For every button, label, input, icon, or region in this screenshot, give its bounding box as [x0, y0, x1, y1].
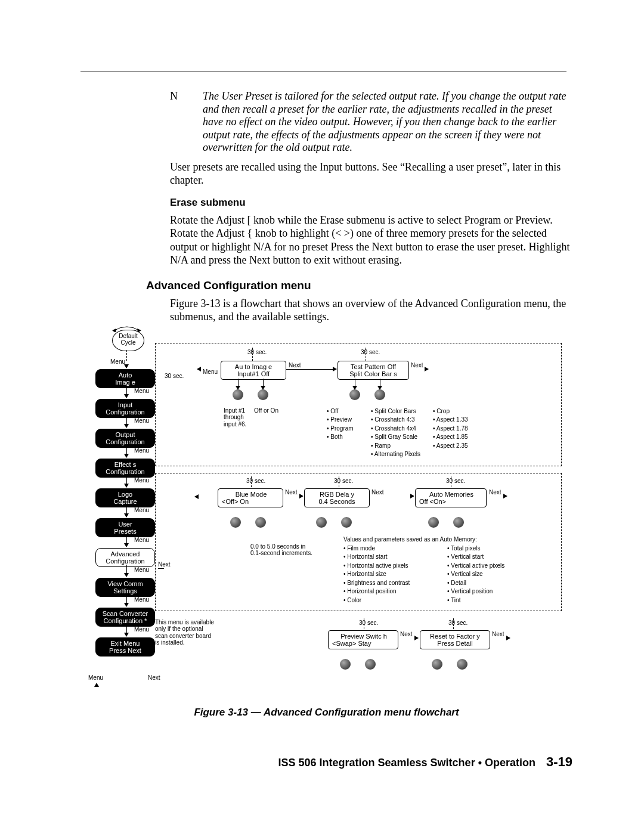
- erase-submenu-heading: Erase submenu: [170, 197, 572, 209]
- menu-item-4: Logo Capture: [95, 488, 155, 507]
- svg-marker-0: [112, 329, 116, 332]
- advanced-config-flowchart: Default Cycle Menu Auto Imag eMenuInput …: [78, 330, 564, 693]
- reset-factory-submenu: Reset to Factor y Press Detail: [420, 630, 490, 649]
- figure-caption: Figure 3-13 — Advanced Configuration men…: [80, 707, 572, 719]
- preset-recall-para: User presets are recalled using the Inpu…: [170, 160, 572, 187]
- note-block: N The User Preset is tailored for the se…: [170, 90, 572, 154]
- blue-mode-submenu: Blue Mode <Off> On: [218, 488, 283, 507]
- note-label: N: [170, 90, 203, 154]
- menu-item-1: Input Configuration: [95, 399, 155, 418]
- menu-label: Menu: [110, 358, 125, 366]
- footer-page-number: 3-19: [546, 754, 572, 770]
- page-footer: ISS 506 Integration Seamless Switcher • …: [80, 754, 572, 770]
- auto-memories-submenu: Auto Memories Off <On>: [415, 488, 487, 507]
- test-pattern-submenu: Test Pattern Off Split Color Bar s: [338, 361, 409, 380]
- advanced-config-intro: Figure 3-13 is a flowchart that shows an…: [170, 297, 572, 324]
- menu-item-8: Scan Converter Configuration *: [95, 608, 155, 627]
- auto-image-submenu: Au to Imag e Input#1 Off: [221, 361, 286, 380]
- scan-converter-note: This menu is available only if the optio…: [155, 619, 214, 646]
- footer-title: ISS 506 Integration Seamless Switcher • …: [278, 757, 535, 769]
- menu-item-2: Output Configuration: [95, 429, 155, 448]
- adjust-knob-icon: [349, 389, 360, 400]
- svg-marker-1: [137, 329, 141, 332]
- cycle-icon: [110, 325, 144, 332]
- preview-switch-submenu: Preview Switc h <Swap> Stay: [328, 630, 398, 649]
- erase-submenu-para: Rotate the Adjust [ knob while the Erase…: [170, 213, 572, 267]
- menu-item-7: View Comm Settings: [95, 578, 155, 597]
- menu-item-6: Advanced Configuration: [95, 548, 155, 567]
- adjust-knob-icon: [374, 389, 385, 400]
- menu-item-3: Effect s Configuration: [95, 459, 155, 478]
- adjust-knob-icon: [233, 389, 243, 400]
- rgb-delay-submenu: RGB Dela y 0.4 Seconds: [304, 488, 370, 507]
- note-text: The User Preset is tailored for the sele…: [203, 90, 572, 154]
- default-cycle-node: Default Cycle: [112, 330, 144, 351]
- top-rule: [80, 72, 566, 72]
- menu-item-9: Exit Menu Press Next: [95, 637, 155, 657]
- menu-item-5: User Presets: [95, 518, 155, 537]
- advanced-config-heading: Advanced Configuration menu: [146, 279, 572, 292]
- adjust-knob-icon: [258, 389, 268, 400]
- menu-item-0: Auto Imag e: [95, 369, 155, 388]
